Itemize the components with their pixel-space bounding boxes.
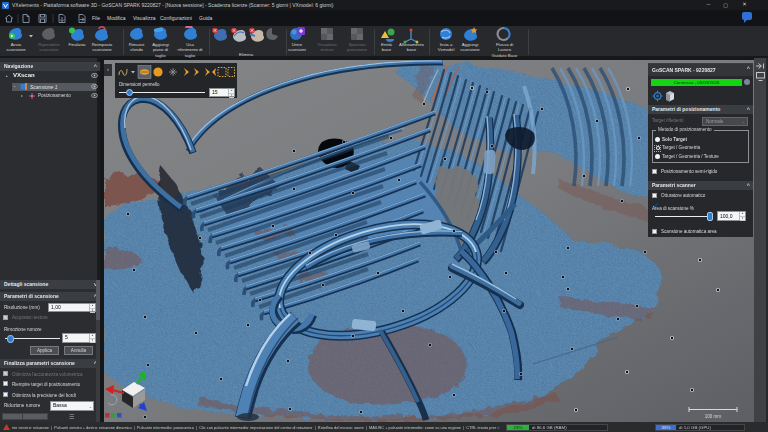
svg-text:100 mm: 100 mm bbox=[705, 414, 722, 419]
